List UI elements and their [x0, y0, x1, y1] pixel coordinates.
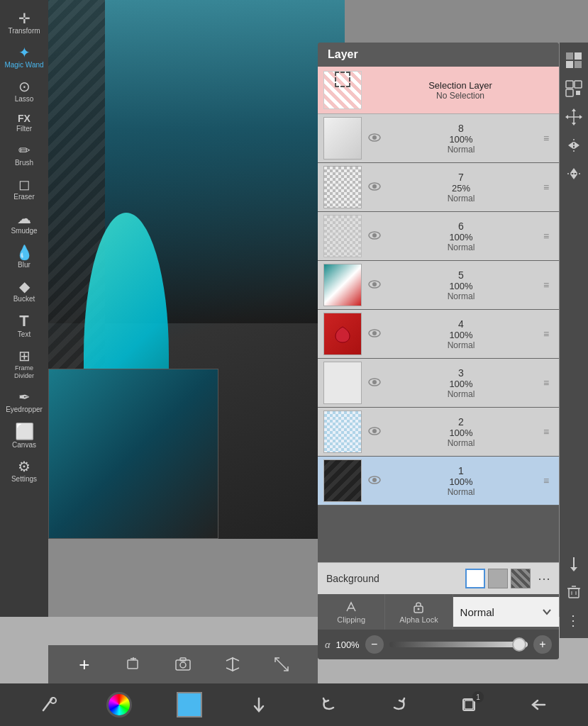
undo-button[interactable]: [311, 687, 347, 722]
tool-brush[interactable]: ✏ Brush: [3, 139, 45, 172]
down-arrow-button[interactable]: [241, 687, 277, 722]
blend-mode-select[interactable]: Normal: [453, 597, 559, 627]
right-panel: ⋮: [560, 43, 588, 638]
layers-button[interactable]: 1: [451, 687, 487, 722]
artwork-canvas[interactable]: [48, 0, 345, 539]
tool-eraser[interactable]: ◻ Eraser: [3, 173, 45, 206]
brush-icon: ✏: [18, 143, 30, 157]
tool-blur[interactable]: 💧 Blur: [3, 241, 45, 274]
svg-point-37: [372, 184, 377, 189]
move-button[interactable]: [562, 105, 586, 129]
layer-menu-8[interactable]: ≡: [539, 133, 553, 144]
layer-info-5: 5 100% Normal: [387, 269, 535, 301]
tool-text-label: Text: [18, 330, 30, 339]
selection-layer-row[interactable]: Selection Layer No Selection: [318, 67, 559, 114]
canvas-color-button[interactable]: [172, 687, 207, 722]
redo-button[interactable]: [381, 687, 416, 722]
layer-menu-7[interactable]: ≡: [539, 182, 553, 193]
layer-row-8[interactable]: 8 100% Normal ≡: [318, 114, 559, 163]
background-label: Background: [326, 573, 458, 584]
flip-button[interactable]: [220, 652, 245, 677]
tool-eyedropper[interactable]: ✒ Eyedropper: [3, 386, 45, 418]
layer-menu-1[interactable]: ≡: [539, 475, 553, 486]
alpha-increase-button[interactable]: +: [533, 635, 552, 654]
tool-settings[interactable]: ⚙ Settings: [3, 455, 45, 488]
layer-row-2[interactable]: 2 100% Normal ≡: [318, 408, 559, 457]
bg-color-dark[interactable]: [511, 569, 531, 588]
settings-icon: ⚙: [18, 459, 30, 474]
alpha-lock-button[interactable]: Alpha Lock: [385, 594, 453, 630]
add-group-button[interactable]: [121, 652, 146, 677]
layers-list[interactable]: 8 100% Normal ≡ 7 25% Normal ≡: [318, 114, 559, 562]
tool-lasso[interactable]: ⊙ Lasso: [3, 75, 45, 108]
flip-icon: [223, 655, 242, 674]
delete-button[interactable]: [562, 580, 586, 604]
layer-menu-4[interactable]: ≡: [539, 328, 553, 340]
more-options-button[interactable]: ⋮: [562, 608, 586, 632]
svg-marker-26: [570, 174, 577, 179]
layer-visibility-5[interactable]: [366, 279, 383, 291]
down-arrow-icon: [249, 695, 269, 715]
svg-point-45: [372, 380, 377, 384]
svg-marker-19: [565, 115, 568, 119]
layer-menu-6[interactable]: ≡: [539, 230, 553, 242]
tool-magic-wand[interactable]: ✦ Magic Wand: [3, 41, 45, 74]
svg-rect-29: [569, 588, 579, 598]
back-button[interactable]: [521, 687, 557, 722]
selection-info: Selection Layer No Selection: [367, 80, 553, 101]
layer-visibility-8[interactable]: [366, 132, 383, 145]
tool-frame-divider[interactable]: ⊞ Frame Divider: [3, 345, 45, 384]
bg-color-gray[interactable]: [488, 569, 508, 588]
camera-button[interactable]: [170, 652, 196, 677]
add-layer-button[interactable]: +: [72, 652, 97, 677]
svg-marker-28: [570, 567, 577, 571]
layer-menu-3[interactable]: ≡: [539, 377, 553, 389]
layer-row-5[interactable]: 5 100% Normal ≡: [318, 261, 559, 310]
tool-text[interactable]: T Text: [3, 309, 45, 343]
clipping-button[interactable]: Clipping: [318, 594, 385, 630]
background-color-boxes: [465, 569, 531, 588]
layer-row-1[interactable]: 1 100% Normal ≡: [318, 457, 559, 506]
tools-button[interactable]: [31, 687, 67, 722]
svg-point-43: [372, 331, 377, 335]
tool-blur-label: Blur: [18, 261, 30, 269]
frame-divider-icon: ⊞: [18, 349, 30, 363]
layer-visibility-4[interactable]: [366, 328, 383, 340]
tool-transform[interactable]: ✛ Transform: [3, 7, 45, 40]
selection-layer-title: Selection Layer: [428, 80, 492, 91]
tool-magic-wand-label: Magic Wand: [4, 61, 43, 69]
tool-filter[interactable]: FX Filter: [3, 109, 45, 138]
layer-thumb-1: [323, 459, 362, 502]
background-row[interactable]: Background ⋯: [318, 562, 559, 594]
color-wheel-button[interactable]: [101, 687, 137, 722]
layer-row-4[interactable]: 4 100% Normal ≡: [318, 310, 559, 359]
background-more-button[interactable]: ⋯: [538, 571, 550, 586]
alpha-slider[interactable]: [389, 642, 528, 647]
down-arrow-button[interactable]: [562, 552, 586, 576]
layer-visibility-1[interactable]: [366, 474, 383, 487]
layer-visibility-7[interactable]: [366, 181, 383, 194]
layer-visibility-2[interactable]: [366, 425, 383, 438]
layers-badge: 1: [472, 691, 484, 703]
flip-h-button[interactable]: [562, 133, 586, 157]
checkerboard-button[interactable]: [562, 48, 586, 72]
flip-v-button[interactable]: [562, 162, 586, 186]
alpha-decrease-button[interactable]: −: [365, 635, 384, 654]
flip-v-icon: [565, 164, 583, 183]
layer-row-3[interactable]: 3 100% Normal ≡: [318, 359, 559, 408]
layer-row-6[interactable]: 6 100% Normal ≡: [318, 212, 559, 261]
layer-visibility-3[interactable]: [366, 376, 383, 389]
tool-smudge[interactable]: ☁ Smudge: [3, 207, 45, 240]
layer-menu-2[interactable]: ≡: [539, 426, 553, 437]
clipping-label: Clipping: [337, 615, 365, 624]
tool-canvas-label: Canvas: [12, 441, 36, 449]
tool-bucket[interactable]: ◆ Bucket: [3, 275, 45, 308]
layer-row-7[interactable]: 7 25% Normal ≡: [318, 163, 559, 212]
bg-color-white[interactable]: [465, 569, 485, 588]
tool-canvas[interactable]: ⬜ Canvas: [3, 420, 45, 454]
transform-canvas-button[interactable]: [269, 652, 294, 677]
layer-menu-5[interactable]: ≡: [539, 279, 553, 291]
layer-opacity-2: 100%: [449, 428, 472, 438]
qr-button[interactable]: [562, 77, 586, 101]
layer-visibility-6[interactable]: [366, 230, 383, 242]
